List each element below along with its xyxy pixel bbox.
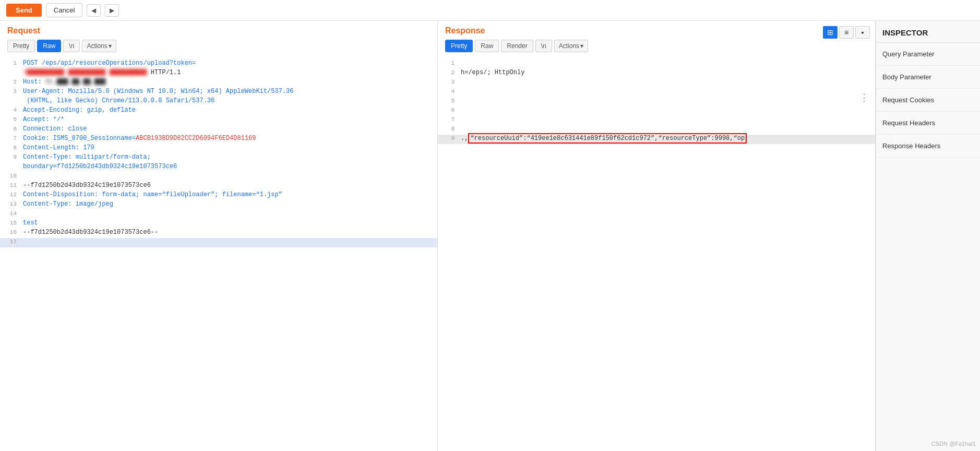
tab-pretty-request[interactable]: Pretty (7, 40, 35, 52)
line-number: 12 (4, 191, 17, 198)
response-line-9: 9.,“resourceUuid”:“419ee1e8c631441e89f15… (438, 135, 875, 144)
request-line-14: 11--f7d1250b2d43db9324c19e1073573ce6 (0, 182, 437, 191)
request-line-15: 12Content-Disposition: form-data; name=“… (0, 191, 437, 200)
inspector-response-headers[interactable]: Response Headers (876, 135, 980, 158)
request-title: Request (7, 26, 430, 35)
response-line-3: 3 (438, 78, 875, 88)
response-line-5: 5 (438, 97, 875, 106)
inspector-body-param[interactable]: Body Parameter (876, 66, 980, 89)
tab-actions-request[interactable]: Actions ▾ (82, 40, 116, 52)
tab-render-response[interactable]: Render (501, 40, 533, 52)
request-code-area[interactable]: 1POST /eps/api/resourceOperations/upload… (0, 55, 437, 451)
request-line-12: boundary=f7d1250b2d43db9324c19e1073573ce… (0, 163, 437, 172)
line-number: 4 (4, 106, 17, 113)
actions-label-request: Actions (87, 42, 107, 50)
view-list-button[interactable]: ≡ (839, 26, 854, 39)
request-header: Request Pretty Raw \n Actions ▾ (0, 21, 437, 55)
inspector-title: INSPECTOR (876, 21, 980, 43)
line-content: 3██████████ ██████████ ██████████ HTTP/1… (23, 69, 433, 76)
line-content: (KHTML, like Gecko) Chrome/113.0.0.0 Saf… (23, 97, 433, 104)
line-number: 16 (4, 229, 17, 235)
watermark: CSDN @Fa1hal1 (931, 441, 976, 447)
highlighted-value: “resourceUuid”:“419ee1e8c631441e89f150f6… (468, 133, 747, 144)
request-line-7: 5Accept: */* (0, 116, 437, 125)
tab-newline-request[interactable]: \n (63, 40, 80, 52)
request-line-1: 1POST /eps/api/resourceOperations/upload… (0, 60, 437, 69)
inspector-request-headers[interactable]: Request Headers (876, 112, 980, 135)
top-bar: Send Cancel ◀ ▶ (0, 0, 980, 21)
line-number: 15 (4, 219, 17, 226)
line-number: 13 (4, 200, 17, 207)
actions-label-response: Actions (559, 42, 579, 50)
view-grid-button[interactable]: ⊞ (823, 26, 838, 39)
line-number: 14 (4, 210, 17, 217)
line-content: Content-Type: image/jpeg (23, 200, 433, 208)
inspector-pane: INSPECTOR Query Parameter Body Parameter… (876, 21, 980, 451)
chevron-down-icon-request: ▾ (109, 42, 112, 50)
line-number: 1 (4, 60, 17, 66)
line-number: 2 (4, 78, 17, 85)
back-button[interactable]: ◀ (87, 4, 101, 17)
request-line-2: 3██████████ ██████████ ██████████ HTTP/1… (0, 69, 437, 78)
line-number: 17 (4, 238, 17, 245)
line-content: Host: 61.███.██.██.███ (23, 78, 433, 86)
cancel-button[interactable]: Cancel (46, 3, 82, 17)
response-content-wrapper[interactable]: 12h=/eps/; HttpOnly3456789.,“resourceUui… (438, 55, 875, 451)
line-content: .,“resourceUuid”:“419ee1e8c631441e89f150… (461, 135, 871, 142)
line-number: 7 (4, 135, 17, 141)
request-line-13: 10 (0, 172, 437, 182)
line-number: 10 (4, 172, 17, 179)
response-tab-bar: Pretty Raw Render \n Actions ▾ (445, 40, 868, 52)
line-number: 5 (442, 97, 455, 104)
line-content: Cookie: ISMS_8700_Sessionname=ABCB193BD9… (23, 135, 433, 142)
request-line-17: 14 (0, 210, 437, 219)
chevron-down-icon-response: ▾ (580, 42, 583, 50)
inspector-query-param[interactable]: Query Parameter (876, 43, 980, 66)
tab-raw-response[interactable]: Raw (475, 40, 499, 52)
line-content: Content-Disposition: form-data; name=“fi… (23, 191, 433, 198)
line-number (4, 97, 17, 98)
request-line-8: 6Connection: close (0, 125, 437, 135)
line-content: Accept: */* (23, 116, 433, 123)
tab-pretty-response[interactable]: Pretty (445, 40, 473, 52)
tab-actions-response[interactable]: Actions ▾ (554, 40, 588, 52)
tab-raw-request[interactable]: Raw (37, 40, 61, 52)
view-mode-bar: ⊞ ≡ ▪ (823, 26, 870, 39)
request-line-3: 2Host: 61.███.██.██.███ (0, 78, 437, 88)
request-line-4: 3User-Agent: Mozilla/5.0 (Windows NT 10.… (0, 88, 437, 97)
tab-newline-response[interactable]: \n (535, 40, 552, 52)
inspector-request-cookies[interactable]: Request Cookies (876, 89, 980, 112)
line-number: 5 (4, 116, 17, 123)
view-compact-button[interactable]: ▪ (855, 26, 870, 39)
forward-button[interactable]: ▶ (105, 4, 119, 17)
line-content: Content-Type: multipart/form-data; (23, 153, 433, 161)
request-line-11: 9Content-Type: multipart/form-data; (0, 153, 437, 163)
line-content: Connection: close (23, 125, 433, 133)
line-number: 6 (442, 106, 455, 113)
line-content: Accept-Encoding: gzip, deflate (23, 106, 433, 114)
line-number: 3 (442, 78, 455, 85)
request-pane: Request Pretty Raw \n Actions ▾ 1POST /e… (0, 21, 438, 451)
line-number: 8 (4, 144, 17, 151)
request-line-18: 15test (0, 219, 437, 229)
line-content: POST /eps/api/resourceOperations/upload?… (23, 60, 433, 67)
response-title: Response (445, 26, 868, 35)
line-number: 2 (442, 69, 455, 76)
dots-menu[interactable]: ⋮ (859, 92, 869, 103)
response-line-1: 1 (438, 60, 875, 69)
line-number: 6 (4, 125, 17, 132)
request-line-20: 17 (0, 238, 437, 247)
line-content: test (23, 219, 433, 227)
request-line-9: 7Cookie: ISMS_8700_Sessionname=ABCB193BD… (0, 135, 437, 144)
request-line-19: 16--f7d1250b2d43db9324c19e1073573ce6-- (0, 229, 437, 238)
line-number: 9 (4, 153, 17, 160)
request-line-16: 13Content-Type: image/jpeg (0, 200, 437, 210)
send-button[interactable]: Send (6, 4, 42, 17)
response-line-7: 7 (438, 116, 875, 125)
response-line-2: 2h=/eps/; HttpOnly (438, 69, 875, 78)
line-number: 8 (442, 125, 455, 132)
response-header: Response Pretty Raw Render \n Actions ▾ (438, 21, 875, 55)
response-line-6: 6 (438, 106, 875, 116)
line-number: 11 (4, 182, 17, 188)
request-line-10: 8Content-Length: 179 (0, 144, 437, 153)
